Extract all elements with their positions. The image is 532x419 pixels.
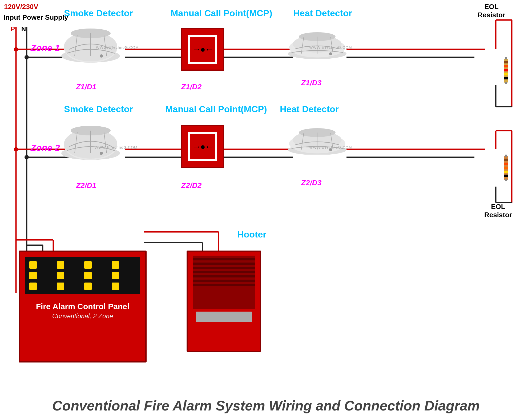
- smoke-detector-z1d1: [61, 25, 120, 63]
- svg-rect-51: [504, 61, 508, 63]
- watermark-z2d1: WWW.ETechnoG.COM: [95, 145, 138, 150]
- watermark-z2d3: WWW.ETechnoG.COM: [309, 145, 352, 150]
- svg-rect-56: [505, 57, 507, 59]
- watermark-z1d1: WWW.ETechnoG.COM: [96, 45, 139, 50]
- smoke-detector-z2d1: [61, 123, 120, 160]
- facp-led-2: [57, 261, 64, 269]
- hooter-grille-line-6: [193, 280, 255, 282]
- facp-led-7: [84, 272, 92, 279]
- facp-label-area: Fire Alarm Control Panel Conventional, 2…: [20, 302, 145, 320]
- facp-led-12: [112, 283, 119, 290]
- facp-led-6: [57, 272, 64, 279]
- z2d3-label: Z2/D3: [301, 179, 321, 187]
- z1d1-label: Z1/D1: [76, 83, 96, 91]
- facp-sublabel: Conventional, 2 Zone: [20, 312, 145, 320]
- facp-led-5: [29, 272, 37, 279]
- power-supply-label: Input Power Supply: [3, 13, 68, 22]
- diagram-container: 120V/230V Input Power Supply P N Zone 1 …: [0, 0, 532, 419]
- svg-rect-69: [504, 159, 508, 161]
- p-label: P: [11, 25, 15, 33]
- z1d3-label: Z1/D3: [301, 79, 321, 87]
- svg-point-38: [25, 55, 29, 59]
- hooter-grille-line-5: [193, 275, 255, 277]
- svg-rect-54: [504, 73, 508, 75]
- svg-point-62: [100, 152, 103, 155]
- mcp-z1d2: →●←: [181, 28, 224, 71]
- heat-detector-2-title: Heat Detector: [280, 104, 339, 114]
- facp-led-3: [84, 261, 92, 269]
- z2d2-label: Z2/D2: [181, 181, 201, 190]
- bottom-title: Conventional Fire Alarm System Wiring an…: [0, 398, 532, 414]
- watermark-z1d3: WWW.ETechnoG.COM: [309, 45, 352, 50]
- svg-rect-57: [505, 82, 507, 84]
- svg-point-39: [25, 155, 29, 159]
- voltage-label: 120V/230V: [4, 3, 38, 11]
- hooter: [187, 251, 261, 352]
- eol1-resistor-body: [503, 57, 509, 84]
- z2d1-label: Z2/D1: [76, 181, 96, 190]
- eol1-label: EOLResistor: [478, 3, 505, 19]
- svg-rect-72: [504, 171, 508, 173]
- hooter-grille: [193, 256, 255, 309]
- hooter-button: [196, 312, 252, 322]
- mcp-z2d2-inner: →●←: [188, 132, 217, 161]
- facp-led-8: [112, 272, 119, 279]
- mcp-z1d2-inner: →●←: [188, 35, 217, 64]
- facp-led-4: [112, 261, 119, 269]
- heat-detector-z2d3: [288, 125, 346, 157]
- svg-rect-53: [504, 69, 508, 71]
- z1d2-label: Z1/D2: [181, 83, 201, 91]
- svg-rect-71: [504, 167, 508, 169]
- eol2-label: EOLResistor: [484, 203, 512, 219]
- hooter-grille-line-3: [193, 267, 255, 269]
- hooter-grille-line-7: [193, 284, 255, 286]
- svg-rect-75: [505, 179, 507, 181]
- heat-detector-1-title: Heat Detector: [293, 8, 352, 18]
- facp-label: Fire Alarm Control Panel: [20, 302, 145, 311]
- facp-screen: [25, 257, 140, 294]
- svg-rect-55: [504, 77, 508, 79]
- n-label: N: [21, 25, 26, 33]
- svg-point-36: [14, 47, 18, 51]
- svg-rect-73: [504, 175, 508, 177]
- mcp1-title: Manual Call Point(MCP): [171, 8, 272, 18]
- smoke-detector-2-title: Smoke Detector: [64, 104, 133, 114]
- facp-led-9: [29, 283, 37, 290]
- mcp-z2d2: →●←: [181, 125, 224, 168]
- smoke-detector-1-title: Smoke Detector: [64, 8, 133, 18]
- facp-led-1: [29, 261, 37, 269]
- zone2-label: Zone 2: [31, 143, 60, 153]
- svg-rect-70: [504, 163, 508, 165]
- facp: Fire Alarm Control Panel Conventional, 2…: [19, 251, 147, 362]
- hooter-grille-line-2: [193, 263, 255, 265]
- svg-point-44: [100, 54, 103, 58]
- mcp2-title: Manual Call Point(MCP): [165, 104, 267, 114]
- hooter-grille-line-1: [193, 258, 255, 260]
- facp-led-10: [57, 283, 64, 290]
- svg-rect-74: [505, 155, 507, 157]
- eol2-resistor-body: [503, 155, 509, 181]
- zone1-label: Zone 1: [31, 43, 60, 53]
- facp-led-11: [84, 283, 92, 290]
- hooter-grille-line-4: [193, 271, 255, 273]
- hooter-label: Hooter: [237, 229, 267, 240]
- svg-rect-52: [504, 65, 508, 67]
- svg-point-37: [14, 147, 18, 151]
- svg-point-49: [329, 52, 332, 55]
